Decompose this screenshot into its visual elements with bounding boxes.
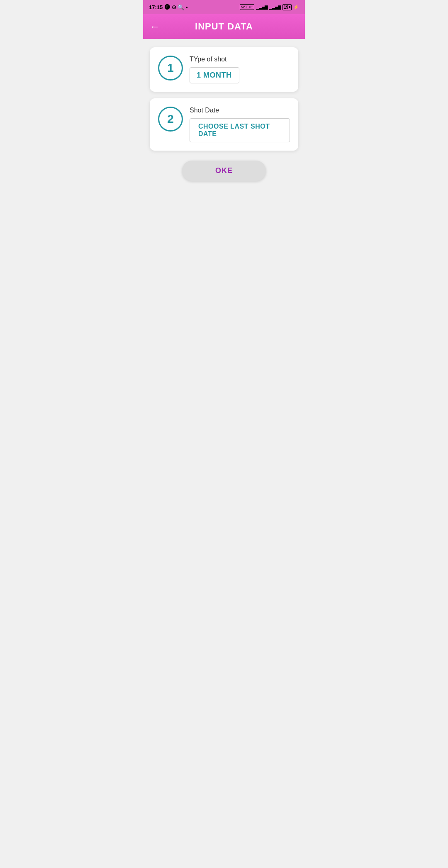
card1-value-box[interactable]: 1 MONTH xyxy=(190,67,239,83)
app-title: INPUT DATA xyxy=(166,21,282,32)
oke-button[interactable]: OKE xyxy=(182,161,266,181)
vo-lte-icon: Vo LTE xyxy=(240,4,254,10)
choose-date-text: CHOOSE LAST SHOT DATE xyxy=(198,123,270,137)
card-shot-date: 2 Shot Date CHOOSE LAST SHOT DATE xyxy=(150,98,298,151)
step-circle-2: 2 xyxy=(158,107,183,132)
choose-date-box[interactable]: CHOOSE LAST SHOT DATE xyxy=(190,118,290,142)
card1-value: 1 MONTH xyxy=(197,71,232,79)
signal-icon-1: ▁▃▅▇ xyxy=(256,5,268,10)
content-area: 1 TYpe of shot 1 MONTH 2 Shot Date CHOOS… xyxy=(143,39,305,312)
card2-body: Shot Date CHOOSE LAST SHOT DATE xyxy=(190,107,290,142)
oke-container: OKE xyxy=(150,161,298,181)
back-button[interactable]: ← xyxy=(150,21,160,32)
card-type-of-shot: 1 TYpe of shot 1 MONTH xyxy=(150,47,298,92)
charging-icon: ⚡ xyxy=(293,5,299,10)
card1-body: TYpe of shot 1 MONTH xyxy=(190,56,290,83)
status-bar-left: 17:15 🅟 ⊙ 🔍 • xyxy=(149,4,188,10)
status-bar: 17:15 🅟 ⊙ 🔍 • Vo LTE ▁▃▅▇ ▁▃▅▇ 19 ⚡ xyxy=(143,0,305,14)
time-display: 17:15 xyxy=(149,4,163,10)
notification-icons: 🅟 ⊙ 🔍 • xyxy=(165,4,187,10)
app-bar: ← INPUT DATA xyxy=(143,14,305,39)
card1-label: TYpe of shot xyxy=(190,56,290,63)
status-bar-right: Vo LTE ▁▃▅▇ ▁▃▅▇ 19 ⚡ xyxy=(240,4,299,10)
oke-label: OKE xyxy=(215,166,233,175)
battery-icon: 19 xyxy=(282,4,292,10)
signal-icon-2: ▁▃▅▇ xyxy=(269,5,281,10)
step-circle-1: 1 xyxy=(158,56,183,80)
card2-label: Shot Date xyxy=(190,107,290,114)
